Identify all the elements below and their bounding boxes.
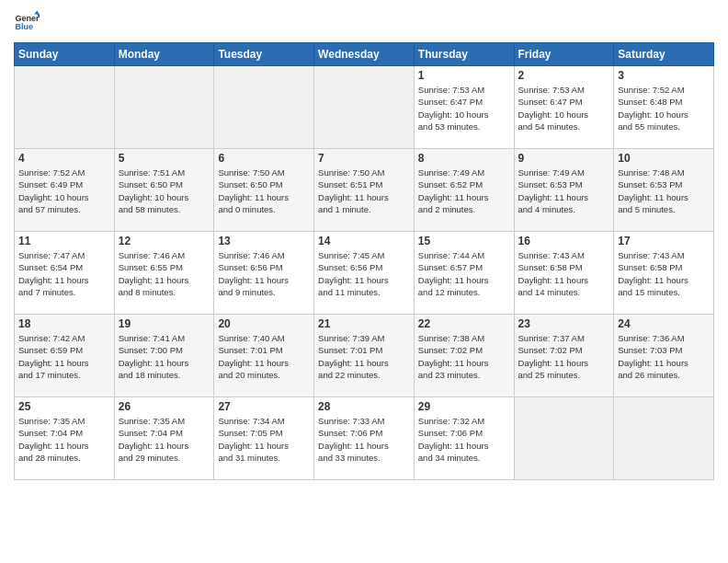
cell-day-number: 24 [618, 317, 710, 330]
calendar-cell: 14Sunrise: 7:45 AMSunset: 6:56 PMDayligh… [314, 232, 415, 315]
calendar-cell: 4Sunrise: 7:52 AMSunset: 6:49 PMDaylight… [15, 149, 115, 232]
calendar-cell: 3Sunrise: 7:52 AMSunset: 6:48 PMDaylight… [614, 66, 714, 149]
calendar-cell: 25Sunrise: 7:35 AMSunset: 7:04 PMDayligh… [15, 397, 115, 480]
calendar-cell: 26Sunrise: 7:35 AMSunset: 7:04 PMDayligh… [114, 397, 214, 480]
calendar-cell: 17Sunrise: 7:43 AMSunset: 6:58 PMDayligh… [614, 232, 714, 315]
calendar-week-2: 4Sunrise: 7:52 AMSunset: 6:49 PMDaylight… [15, 149, 714, 232]
calendar-cell: 27Sunrise: 7:34 AMSunset: 7:05 PMDayligh… [214, 397, 314, 480]
cell-day-number: 8 [418, 152, 510, 165]
day-header-wednesday: Wednesday [314, 43, 415, 66]
cell-day-number: 18 [18, 317, 110, 330]
cell-day-number: 4 [18, 152, 110, 165]
cell-day-number: 26 [119, 400, 210, 413]
calendar-cell: 2Sunrise: 7:53 AMSunset: 6:47 PMDaylight… [514, 66, 614, 149]
cell-info: Sunrise: 7:43 AMSunset: 6:58 PMDaylight:… [618, 249, 710, 298]
logo-icon: General Blue [14, 9, 40, 35]
cell-day-number: 16 [518, 235, 610, 247]
cell-info: Sunrise: 7:35 AMSunset: 7:04 PMDaylight:… [18, 415, 110, 464]
cell-info: Sunrise: 7:51 AMSunset: 6:50 PMDaylight:… [119, 167, 210, 215]
calendar-cell: 15Sunrise: 7:44 AMSunset: 6:57 PMDayligh… [414, 232, 514, 315]
calendar-cell: 28Sunrise: 7:33 AMSunset: 7:06 PMDayligh… [314, 397, 415, 480]
cell-info: Sunrise: 7:49 AMSunset: 6:52 PMDaylight:… [418, 167, 510, 215]
calendar-cell: 23Sunrise: 7:37 AMSunset: 7:02 PMDayligh… [514, 315, 614, 397]
calendar-cell: 29Sunrise: 7:32 AMSunset: 7:06 PMDayligh… [414, 397, 514, 480]
calendar-week-3: 11Sunrise: 7:47 AMSunset: 6:54 PMDayligh… [15, 232, 714, 315]
calendar-cell [314, 66, 415, 149]
cell-info: Sunrise: 7:49 AMSunset: 6:53 PMDaylight:… [518, 167, 610, 215]
day-header-thursday: Thursday [414, 43, 514, 66]
cell-info: Sunrise: 7:35 AMSunset: 7:04 PMDaylight:… [119, 415, 210, 464]
calendar-cell: 7Sunrise: 7:50 AMSunset: 6:51 PMDaylight… [314, 149, 415, 232]
cell-info: Sunrise: 7:48 AMSunset: 6:53 PMDaylight:… [618, 167, 710, 215]
cell-info: Sunrise: 7:53 AMSunset: 6:47 PMDaylight:… [418, 84, 510, 132]
calendar-cell: 8Sunrise: 7:49 AMSunset: 6:52 PMDaylight… [414, 149, 514, 232]
cell-info: Sunrise: 7:50 AMSunset: 6:50 PMDaylight:… [218, 167, 310, 215]
cell-day-number: 21 [318, 317, 410, 330]
cell-info: Sunrise: 7:32 AMSunset: 7:06 PMDaylight:… [418, 415, 510, 464]
calendar-cell: 9Sunrise: 7:49 AMSunset: 6:53 PMDaylight… [514, 149, 614, 232]
cell-day-number: 7 [318, 152, 410, 165]
calendar-cell: 11Sunrise: 7:47 AMSunset: 6:54 PMDayligh… [15, 232, 115, 315]
calendar-cell [214, 66, 314, 149]
calendar-cell: 1Sunrise: 7:53 AMSunset: 6:47 PMDaylight… [414, 66, 514, 149]
cell-day-number: 29 [418, 400, 510, 413]
cell-info: Sunrise: 7:34 AMSunset: 7:05 PMDaylight:… [218, 415, 310, 464]
logo: General Blue [14, 9, 43, 35]
cell-info: Sunrise: 7:53 AMSunset: 6:47 PMDaylight:… [518, 84, 610, 132]
cell-info: Sunrise: 7:43 AMSunset: 6:58 PMDaylight:… [518, 249, 610, 298]
page-header: General Blue [14, 9, 714, 35]
cell-day-number: 12 [119, 235, 210, 247]
cell-day-number: 25 [18, 400, 110, 413]
calendar-cell: 10Sunrise: 7:48 AMSunset: 6:53 PMDayligh… [614, 149, 714, 232]
day-header-sunday: Sunday [15, 43, 115, 66]
cell-day-number: 1 [418, 69, 510, 82]
calendar-cell: 19Sunrise: 7:41 AMSunset: 7:00 PMDayligh… [114, 315, 214, 397]
cell-day-number: 22 [418, 317, 510, 330]
cell-info: Sunrise: 7:46 AMSunset: 6:56 PMDaylight:… [218, 249, 310, 298]
cell-day-number: 19 [119, 317, 210, 330]
cell-info: Sunrise: 7:44 AMSunset: 6:57 PMDaylight:… [418, 249, 510, 298]
calendar-cell: 20Sunrise: 7:40 AMSunset: 7:01 PMDayligh… [214, 315, 314, 397]
cell-info: Sunrise: 7:52 AMSunset: 6:48 PMDaylight:… [618, 84, 710, 132]
calendar-week-1: 1Sunrise: 7:53 AMSunset: 6:47 PMDaylight… [15, 66, 714, 149]
calendar-cell: 22Sunrise: 7:38 AMSunset: 7:02 PMDayligh… [414, 315, 514, 397]
calendar-week-4: 18Sunrise: 7:42 AMSunset: 6:59 PMDayligh… [15, 315, 714, 397]
calendar-cell: 21Sunrise: 7:39 AMSunset: 7:01 PMDayligh… [314, 315, 415, 397]
calendar-cell [114, 66, 214, 149]
svg-marker-2 [34, 10, 40, 14]
cell-info: Sunrise: 7:45 AMSunset: 6:56 PMDaylight:… [318, 249, 410, 298]
calendar-cell: 16Sunrise: 7:43 AMSunset: 6:58 PMDayligh… [514, 232, 614, 315]
cell-info: Sunrise: 7:33 AMSunset: 7:06 PMDaylight:… [318, 415, 410, 464]
cell-day-number: 20 [218, 317, 310, 330]
calendar-body: 1Sunrise: 7:53 AMSunset: 6:47 PMDaylight… [15, 66, 714, 480]
calendar-table: SundayMondayTuesdayWednesdayThursdayFrid… [14, 42, 714, 480]
calendar-cell: 18Sunrise: 7:42 AMSunset: 6:59 PMDayligh… [15, 315, 115, 397]
calendar-week-5: 25Sunrise: 7:35 AMSunset: 7:04 PMDayligh… [15, 397, 714, 480]
cell-day-number: 27 [218, 400, 310, 413]
cell-day-number: 23 [518, 317, 610, 330]
calendar-cell: 5Sunrise: 7:51 AMSunset: 6:50 PMDaylight… [114, 149, 214, 232]
cell-info: Sunrise: 7:50 AMSunset: 6:51 PMDaylight:… [318, 167, 410, 215]
cell-day-number: 6 [218, 152, 310, 165]
cell-day-number: 10 [618, 152, 710, 165]
cell-info: Sunrise: 7:40 AMSunset: 7:01 PMDaylight:… [218, 332, 310, 381]
cell-info: Sunrise: 7:36 AMSunset: 7:03 PMDaylight:… [618, 332, 710, 381]
cell-day-number: 11 [18, 235, 110, 247]
cell-day-number: 13 [218, 235, 310, 247]
cell-day-number: 28 [318, 400, 410, 413]
calendar-cell: 13Sunrise: 7:46 AMSunset: 6:56 PMDayligh… [214, 232, 314, 315]
calendar-cell [514, 397, 614, 480]
cell-info: Sunrise: 7:37 AMSunset: 7:02 PMDaylight:… [518, 332, 610, 381]
cell-info: Sunrise: 7:38 AMSunset: 7:02 PMDaylight:… [418, 332, 510, 381]
day-header-friday: Friday [514, 43, 614, 66]
day-header-saturday: Saturday [614, 43, 714, 66]
day-header-tuesday: Tuesday [214, 43, 314, 66]
cell-info: Sunrise: 7:42 AMSunset: 6:59 PMDaylight:… [18, 332, 110, 381]
calendar-cell [614, 397, 714, 480]
cell-info: Sunrise: 7:41 AMSunset: 7:00 PMDaylight:… [119, 332, 210, 381]
svg-text:Blue: Blue [15, 22, 33, 31]
calendar-cell: 24Sunrise: 7:36 AMSunset: 7:03 PMDayligh… [614, 315, 714, 397]
calendar-cell: 12Sunrise: 7:46 AMSunset: 6:55 PMDayligh… [114, 232, 214, 315]
cell-day-number: 2 [518, 69, 610, 82]
cell-info: Sunrise: 7:39 AMSunset: 7:01 PMDaylight:… [318, 332, 410, 381]
